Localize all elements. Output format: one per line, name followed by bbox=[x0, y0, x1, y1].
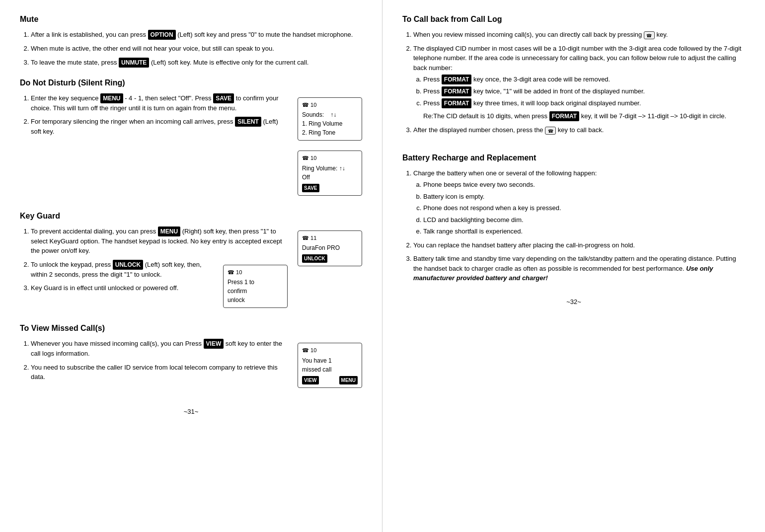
charge-a: Phone beeps twice every two seconds. bbox=[423, 180, 745, 190]
left-page-number: ~31~ bbox=[20, 408, 362, 415]
dnd-display-1-sounds: Sounds: ↑↓ bbox=[302, 110, 358, 119]
unlock-softkey: UNLOCK bbox=[302, 254, 327, 263]
charge-d: LCD and backlighting become dim. bbox=[423, 215, 745, 225]
battery-item-3: Battery talk time and standby time vary … bbox=[413, 254, 745, 283]
unlock-key: UNLOCK bbox=[113, 260, 143, 270]
section-call-back: To Call back from Call Log When you revi… bbox=[402, 15, 745, 135]
battery-heading: Battery Recharge and Replacement bbox=[402, 153, 745, 162]
format-c: Press FORMAT key three times, it will lo… bbox=[423, 98, 745, 108]
charge-sub-list: Phone beeps twice every two seconds. Bat… bbox=[413, 180, 745, 236]
menu-key-dnd: MENU bbox=[100, 93, 123, 103]
dnd-display-2-softkeys: SAVE bbox=[302, 184, 358, 192]
cb-item-2: The displayed CID number in most cases w… bbox=[413, 44, 745, 122]
kg-item-3: Key Guard is in effect until unlocked or… bbox=[31, 283, 362, 293]
dnd-display-2-header: ☎ 10 bbox=[302, 154, 358, 162]
kg-display-2-line2: confirm bbox=[228, 287, 283, 296]
call-back-heading: To Call back from Call Log bbox=[402, 15, 745, 24]
dnd-display-1-line1: 1. Ring Volume bbox=[302, 119, 358, 128]
mute-list: After a link is established, you can pre… bbox=[20, 30, 362, 68]
mute-item-1: After a link is established, you can pre… bbox=[31, 30, 362, 40]
kg-display-2-line3: unlock bbox=[228, 296, 283, 304]
flash-key-icon-1: ☎ bbox=[644, 31, 655, 39]
view-key: VIEW bbox=[204, 339, 224, 349]
kg-display-2-line1: Press 1 to bbox=[228, 278, 283, 287]
format-key-a: FORMAT bbox=[442, 75, 471, 84]
keyguard-heading: Key Guard bbox=[20, 212, 362, 221]
section-mute: Mute After a link is established, you ca… bbox=[20, 15, 362, 68]
save-key-dnd: SAVE bbox=[213, 93, 234, 103]
section-dnd: Do Not Disturb (Silent Ring) ☎ 10 Sounds… bbox=[20, 78, 362, 201]
charge-c: Phone does not respond when a key is pre… bbox=[423, 203, 745, 213]
dnd-phone-display-1: ☎ 10 Sounds: ↑↓ 1. Ring Volume 2. Ring T… bbox=[298, 97, 362, 141]
section-keyguard: Key Guard ☎ 11 DuraFon PRO UNLOCK To pre… bbox=[20, 212, 362, 313]
mute-item-3: To leave the mute state, press UNMUTE (L… bbox=[31, 58, 362, 68]
kg-display-1-line1: DuraFon PRO bbox=[302, 243, 358, 252]
dnd-heading: Do Not Disturb (Silent Ring) bbox=[20, 78, 362, 87]
keyguard-phone-display-1: ☎ 11 DuraFon PRO UNLOCK bbox=[298, 230, 362, 267]
format-re-note: Re:The CID default is 10 digits, when pr… bbox=[423, 111, 745, 121]
mute-item-2: When mute is active, the other end will … bbox=[31, 44, 362, 54]
dnd-display-1-line2: 2. Ring Tone bbox=[302, 128, 358, 137]
kg-display-1-header: ☎ 11 bbox=[302, 234, 358, 242]
call-back-list: When you review missed incoming call(s),… bbox=[402, 30, 745, 135]
format-b: Press FORMAT key twice, "1" will be adde… bbox=[423, 86, 745, 96]
charge-e: Talk range shortfall is experienced. bbox=[423, 227, 745, 236]
battery-note-bold: Use only manufacturer provided battery a… bbox=[413, 265, 713, 282]
right-page-number: ~32~ bbox=[402, 298, 745, 305]
battery-item-1: Charge the battery when one or several o… bbox=[413, 168, 745, 236]
dnd-display-2-line2: Off bbox=[302, 173, 358, 182]
cb-item-1: When you review missed incoming call(s),… bbox=[413, 30, 745, 40]
menu-softkey: MENU bbox=[339, 376, 358, 384]
dnd-phone-display-2: ☎ 10 Ring Volume: ↑↓ Off SAVE bbox=[298, 151, 362, 196]
format-sub-list: Press FORMAT key once, the 3-digit area … bbox=[413, 75, 745, 108]
format-key-c: FORMAT bbox=[442, 98, 471, 108]
right-page: To Call back from Call Log When you revi… bbox=[382, 0, 765, 532]
keyguard-phone-display-2: ☎ 10 Press 1 to confirm unlock bbox=[223, 265, 288, 308]
mc-display-line1: You have 1 bbox=[302, 356, 358, 365]
option-key: OPTION bbox=[148, 30, 176, 40]
page-container: Mute After a link is established, you ca… bbox=[0, 0, 765, 532]
dnd-display-2-line1: Ring Volume: ↑↓ bbox=[302, 164, 358, 173]
battery-item-2: You can replace the handset battery afte… bbox=[413, 240, 745, 250]
missed-phone-display-1: ☎ 10 You have 1 missed call VIEW MENU bbox=[298, 343, 362, 388]
section-missed-calls: To View Missed Call(s) ☎ 10 You have 1 m… bbox=[20, 324, 362, 393]
flash-key-icon-2: ☎ bbox=[545, 127, 556, 135]
format-key-re: FORMAT bbox=[549, 111, 579, 121]
left-page: Mute After a link is established, you ca… bbox=[0, 0, 382, 532]
cb-item-3: After the displayed number chosen, press… bbox=[413, 125, 745, 135]
kg-display-1-softkeys: UNLOCK bbox=[302, 254, 358, 263]
dnd-save-softkey: SAVE bbox=[302, 184, 319, 192]
view-softkey: VIEW bbox=[302, 376, 319, 384]
battery-list: Charge the battery when one or several o… bbox=[402, 168, 745, 283]
silent-key: SILENT bbox=[235, 117, 261, 127]
mc-display-line2: missed call bbox=[302, 365, 358, 374]
format-a: Press FORMAT key once, the 3-digit area … bbox=[423, 75, 745, 84]
kg-display-2-header: ☎ 10 bbox=[228, 268, 283, 277]
mc-display-softkeys: VIEW MENU bbox=[302, 376, 358, 384]
menu-key-kg: MENU bbox=[158, 227, 180, 236]
missed-calls-heading: To View Missed Call(s) bbox=[20, 324, 362, 333]
format-key-b: FORMAT bbox=[442, 86, 471, 96]
unmute-key: UNMUTE bbox=[119, 58, 149, 68]
charge-b: Battery icon is empty. bbox=[423, 192, 745, 202]
mc-display-header: ☎ 10 bbox=[302, 346, 358, 355]
dnd-display-1-header: ☎ 10 bbox=[302, 101, 358, 109]
mute-heading: Mute bbox=[20, 15, 362, 24]
section-battery: Battery Recharge and Replacement Charge … bbox=[402, 153, 745, 283]
